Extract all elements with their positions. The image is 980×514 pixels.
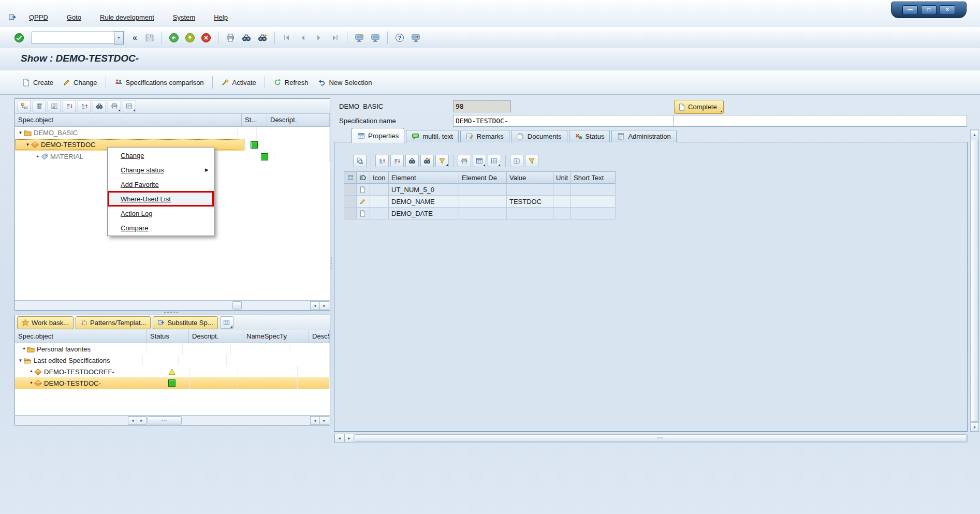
context-item-change-status[interactable]: Change status▶ — [108, 163, 213, 177]
customize-layout-button[interactable] — [409, 31, 422, 45]
scroll-left-button[interactable]: ◄ — [334, 434, 344, 443]
create-button[interactable]: Create — [18, 76, 58, 89]
workbasket-row-demo-testdoc[interactable]: • DEMO-TESTDOC- — [15, 377, 330, 389]
menu-goto[interactable]: Goto — [67, 13, 81, 21]
spec-name-field[interactable] — [453, 115, 674, 127]
command-input[interactable] — [32, 32, 114, 44]
row-selector[interactable] — [344, 184, 357, 196]
system-menu-icon[interactable] — [8, 13, 17, 21]
context-item-add-favorite[interactable]: Add Favorite — [108, 177, 213, 192]
tab-multilingual-text[interactable]: multil. text — [406, 130, 459, 142]
column-header-element[interactable]: Element — [389, 172, 459, 184]
scrollbar-thumb[interactable] — [971, 140, 978, 422]
scroll-right-button[interactable]: ► — [319, 301, 329, 310]
column-header-icon[interactable]: Icon — [370, 172, 389, 184]
menu-qppd[interactable]: QPPD — [29, 13, 48, 21]
views-button[interactable] — [473, 155, 486, 167]
workbasket-row-last-edited[interactable]: ▼ Last edited Specifications — [15, 355, 330, 366]
column-header-spec-object[interactable]: Spec.object — [15, 114, 242, 126]
menu-rule-development[interactable]: Rule development — [100, 13, 154, 21]
restore-button[interactable]: □ — [921, 5, 937, 15]
context-item-change[interactable]: Change — [108, 148, 213, 163]
save-button[interactable] — [143, 31, 156, 45]
sort-ascending-button[interactable] — [78, 100, 91, 112]
context-item-action-log[interactable]: Action Log — [108, 206, 213, 221]
filter-button[interactable] — [435, 155, 449, 167]
column-header-id[interactable]: ID — [357, 172, 370, 184]
grid-row-demo-name[interactable]: DEMO_NAME TESTDOC — [344, 196, 616, 208]
find-next-button[interactable] — [256, 31, 269, 45]
workbasket-row-personal-favorites[interactable]: • Personal favorites — [15, 343, 330, 355]
tab-documents[interactable]: Documents — [511, 130, 567, 142]
specifications-comparison-button[interactable]: Specifications comparison — [110, 76, 209, 89]
grid-row-demo-date[interactable]: DEMO_DATE — [344, 208, 616, 219]
previous-page-button[interactable] — [296, 31, 310, 45]
refresh-button[interactable]: Refresh — [269, 76, 313, 89]
expander-icon[interactable]: ▼ — [17, 358, 24, 363]
grid-row-ut-num[interactable]: UT_NUM_5_0 — [344, 184, 616, 196]
column-header-short-text[interactable]: Short Text — [571, 172, 616, 184]
tab-properties[interactable]: Properties — [352, 128, 404, 143]
expander-icon[interactable]: ▼ — [24, 142, 31, 147]
help-button[interactable] — [393, 31, 406, 45]
context-item-compare[interactable]: Compare — [108, 221, 213, 235]
exit-button[interactable] — [183, 31, 197, 45]
close-button[interactable]: × — [940, 5, 955, 15]
scroll-left-button[interactable]: ◄ — [310, 416, 320, 425]
scroll-right-button[interactable]: ► — [319, 416, 329, 425]
tab-administration[interactable]: Administration — [611, 130, 676, 142]
tab-work-basket[interactable]: Work bask... — [17, 316, 74, 329]
context-item-where-used-list[interactable]: Where-Used List — [108, 192, 213, 206]
column-header-status[interactable]: St... — [242, 114, 267, 126]
table-settings-button[interactable] — [220, 316, 233, 329]
set-filter-button[interactable] — [525, 155, 538, 167]
change-button[interactable]: Change — [58, 76, 102, 89]
vertical-splitter[interactable] — [330, 258, 333, 271]
command-dropdown-button[interactable]: ▼ — [114, 31, 124, 45]
column-header-unit[interactable]: Unit — [553, 172, 571, 184]
spec-type-field[interactable] — [453, 100, 511, 112]
tab-status[interactable]: Status — [569, 130, 610, 142]
tab-remarks[interactable]: Remarks — [460, 130, 509, 142]
expander-icon[interactable]: ▼ — [17, 130, 24, 135]
value-cell[interactable] — [507, 208, 553, 219]
find-button[interactable] — [405, 155, 419, 167]
next-page-button[interactable] — [312, 31, 326, 45]
scroll-left-button[interactable]: ◄ — [310, 301, 320, 310]
menu-help[interactable]: Help — [214, 13, 228, 21]
expand-hierarchy-button[interactable] — [18, 100, 31, 112]
minimize-button[interactable]: — — [902, 5, 918, 15]
cancel-button[interactable] — [199, 31, 213, 45]
print-button[interactable] — [108, 100, 121, 112]
value-cell[interactable]: TESTDOC — [507, 196, 553, 208]
scroll-right-button[interactable]: ► — [137, 416, 147, 425]
sort-ascending-button[interactable] — [375, 155, 389, 167]
scroll-up-button[interactable]: ▲ — [970, 130, 979, 139]
details-button[interactable] — [48, 100, 61, 112]
column-header-spec-object[interactable]: Spec.object — [15, 330, 147, 343]
tab-substitute-specs[interactable]: Substitute Sp... — [153, 316, 217, 329]
print-button[interactable] — [458, 155, 471, 167]
table-settings-button[interactable] — [123, 100, 136, 112]
grid-corner-button[interactable] — [344, 172, 357, 184]
column-header-description[interactable]: Descript. — [189, 330, 243, 343]
scroll-right-button[interactable]: ► — [344, 434, 354, 443]
column-header-descsp[interactable]: DescSp... — [309, 330, 330, 343]
sort-descending-button[interactable] — [63, 100, 76, 112]
row-selector[interactable] — [344, 196, 357, 208]
menu-system[interactable]: System — [173, 13, 195, 21]
new-selection-button[interactable]: New Selection — [313, 76, 376, 89]
column-header-value[interactable]: Value — [507, 172, 553, 184]
last-page-button[interactable] — [328, 31, 342, 45]
column-header-status[interactable]: Status — [147, 330, 189, 343]
first-page-button[interactable] — [280, 31, 294, 45]
horizontal-splitter[interactable] — [14, 310, 329, 315]
find-next-button[interactable] — [420, 155, 434, 167]
scrollbar-thumb[interactable] — [148, 416, 182, 424]
find-button[interactable] — [93, 100, 106, 112]
activate-button[interactable]: Activate — [216, 76, 261, 89]
sort-descending-button[interactable] — [390, 155, 404, 167]
create-shortcut-button[interactable] — [369, 31, 382, 45]
find-button[interactable] — [240, 31, 253, 45]
tab-patterns-templates[interactable]: Patterns/Templat... — [76, 316, 151, 329]
